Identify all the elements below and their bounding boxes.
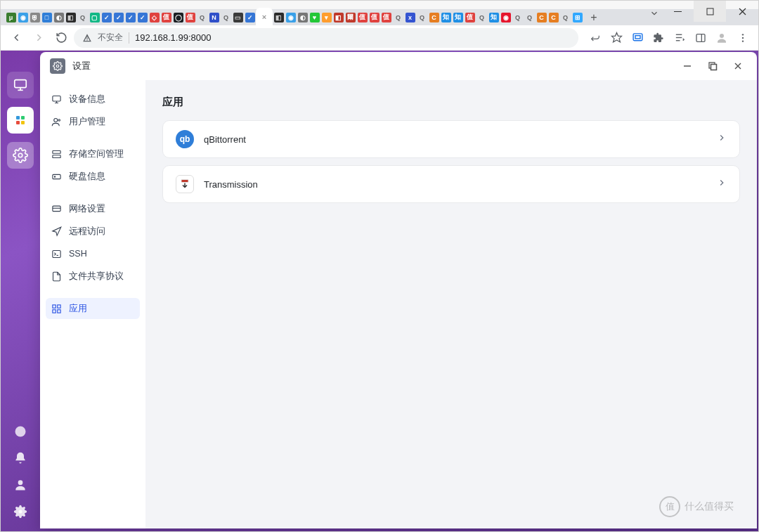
browser-tab[interactable]: μ [5,11,17,23]
svg-point-12 [720,34,724,38]
sidebar-item-disk-info[interactable]: 硬盘信息 [46,166,140,187]
browser-tab[interactable]: ◧ [332,11,344,23]
tabs-dropdown-button[interactable] [647,1,661,25]
dock-apps-icon[interactable] [7,107,34,134]
app-card-qbittorrent[interactable]: qb qBittorrent [162,120,740,158]
browser-tab[interactable]: C [536,11,547,23]
browser-tab[interactable]: ◉ [285,11,297,23]
browser-tab[interactable]: ⛨ [29,11,41,23]
dock-settings-small-icon[interactable] [13,505,27,519]
sidebar-item-network[interactable]: 网络设置 [46,198,140,219]
reading-list-button[interactable] [670,28,689,48]
browser-tab[interactable]: ✓ [100,11,112,23]
browser-tab[interactable]: 值 [160,11,172,23]
browser-tab[interactable]: 值 [368,11,380,23]
browser-tab[interactable]: ✓ [244,11,256,23]
window-close-button[interactable] [729,57,747,75]
os-maximize-button[interactable] [694,1,726,22]
browser-tab[interactable]: x [404,11,416,23]
browser-tab[interactable]: 爾 [344,11,356,23]
menu-button[interactable] [733,28,753,48]
svg-rect-49 [182,180,188,182]
extensions-button[interactable] [649,28,668,48]
browser-tab[interactable]: Q [559,11,571,23]
browser-tab[interactable]: 知 [452,11,464,23]
browser-tab[interactable]: Q [476,11,488,23]
os-close-button[interactable] [726,1,758,22]
browser-tab[interactable]: ✓ [112,11,124,23]
browser-tab[interactable]: ◉ [17,11,29,23]
sidebar-item-remote[interactable]: 远程访问 [46,221,140,242]
browser-tab[interactable]: 值 [184,11,196,23]
browser-tab[interactable]: 值 [380,11,392,23]
browser-tab[interactable]: Q [416,11,428,23]
url-text: 192.168.1.99:8000 [135,32,211,43]
browser-tab[interactable]: ▾ [320,11,332,23]
browser-tab[interactable]: ▢ [89,11,100,23]
sidebar-item-label: 远程访问 [69,226,105,238]
dock-notifications-icon[interactable] [13,451,27,465]
screenshot-button[interactable] [628,28,647,48]
svg-rect-30 [53,96,60,101]
browser-tab[interactable]: 知 [440,11,452,23]
browser-tab[interactable]: C [547,11,559,23]
browser-tab[interactable]: Q [524,11,536,23]
sidebar-item-label: 设备信息 [69,93,105,105]
transmission-icon [176,175,194,193]
browser-tab[interactable]: ▭ [232,11,244,23]
browser-tab[interactable]: ◯ [172,11,184,23]
sidebar-item-device-info[interactable]: 设备信息 [46,89,140,110]
sidebar-item-storage[interactable]: 存储空间管理 [46,143,140,164]
sidebar-item-label: 应用 [69,303,87,315]
browser-tab[interactable]: ♥ [309,11,320,23]
browser-tab-active[interactable]: × [256,8,273,25]
profile-button[interactable] [712,28,732,48]
browser-tab[interactable]: Q [220,11,232,23]
browser-tab[interactable]: ◧ [65,11,77,23]
back-button[interactable] [6,28,26,48]
browser-tab[interactable]: ◉ [500,11,512,23]
app-card-transmission[interactable]: Transmission [162,165,740,203]
browser-tab[interactable]: Q [77,11,89,23]
address-bar[interactable]: 不安全 192.168.1.99:8000 [74,28,578,48]
browser-tab[interactable]: Q [196,11,208,23]
browser-tab[interactable]: ✓ [136,11,148,23]
svg-point-20 [15,427,26,437]
dock-activity-icon[interactable] [13,424,27,439]
browser-tab[interactable]: ◧ [273,11,285,23]
svg-rect-47 [58,309,60,312]
browser-tab[interactable]: ✓ [124,11,136,23]
browser-tab[interactable]: Q [392,11,404,23]
watermark: 值 什么值得买 [659,496,734,517]
new-tab-button[interactable]: + [586,10,602,25]
browser-tab[interactable]: ◇ [148,11,160,23]
side-panel-button[interactable] [691,28,711,48]
sidebar-item-user-mgmt[interactable]: 用户管理 [46,111,140,132]
dock-settings-icon[interactable] [7,142,34,169]
share-button[interactable] [585,28,605,48]
forward-button[interactable] [29,28,48,48]
browser-tab[interactable]: Q [512,11,524,23]
monitor-icon [51,94,62,105]
dock-user-icon[interactable] [13,478,27,492]
browser-tab[interactable]: 知 [488,11,500,23]
dock-desktop-icon[interactable] [7,72,34,98]
page-heading: 应用 [162,96,740,109]
browser-tab[interactable]: □ [41,11,53,23]
window-minimize-button[interactable] [678,57,696,75]
os-minimize-button[interactable] [661,1,694,22]
browser-tab[interactable]: 值 [356,11,368,23]
sidebar-item-apps[interactable]: 应用 [46,298,140,319]
browser-tab[interactable]: N [208,11,220,23]
browser-tab[interactable]: ⊞ [571,11,583,23]
settings-window: 设置 设备信息 用户管理 [40,52,757,528]
bookmark-button[interactable] [606,28,626,48]
window-maximize-button[interactable] [703,57,722,75]
sidebar-item-ssh[interactable]: SSH [46,243,140,264]
browser-tab[interactable]: ◐ [53,11,65,23]
browser-tab[interactable]: ◐ [297,11,309,23]
reload-button[interactable] [51,28,71,48]
browser-tab[interactable]: 值 [464,11,476,23]
browser-tab[interactable]: C [428,11,440,23]
sidebar-item-file-share[interactable]: 文件共享协议 [46,266,140,287]
